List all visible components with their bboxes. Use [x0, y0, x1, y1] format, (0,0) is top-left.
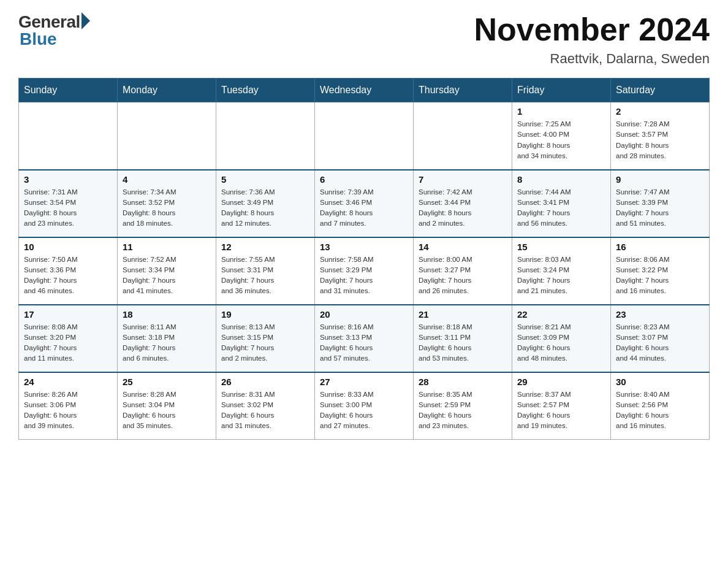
- day-info: Sunrise: 8:13 AM Sunset: 3:15 PM Dayligh…: [221, 322, 309, 364]
- day-number: 17: [24, 309, 112, 320]
- calendar-cell: 7Sunrise: 7:42 AM Sunset: 3:44 PM Daylig…: [414, 170, 512, 237]
- day-info: Sunrise: 8:00 AM Sunset: 3:27 PM Dayligh…: [419, 255, 507, 297]
- calendar-cell: 1Sunrise: 7:25 AM Sunset: 4:00 PM Daylig…: [512, 102, 611, 170]
- day-info: Sunrise: 8:31 AM Sunset: 3:02 PM Dayligh…: [221, 389, 309, 432]
- day-info: Sunrise: 7:25 AM Sunset: 4:00 PM Dayligh…: [517, 119, 605, 161]
- day-info: Sunrise: 8:26 AM Sunset: 3:06 PM Dayligh…: [24, 389, 112, 432]
- calendar-header-row: Sunday Monday Tuesday Wednesday Thursday…: [19, 79, 710, 102]
- calendar-cell: [118, 102, 216, 170]
- calendar-cell: 26Sunrise: 8:31 AM Sunset: 3:02 PM Dayli…: [216, 372, 315, 440]
- day-number: 25: [123, 377, 211, 387]
- calendar-cell: 11Sunrise: 7:52 AM Sunset: 3:34 PM Dayli…: [118, 237, 216, 305]
- day-info: Sunrise: 7:58 AM Sunset: 3:29 PM Dayligh…: [320, 255, 408, 297]
- day-number: 11: [123, 242, 211, 252]
- day-number: 21: [419, 309, 507, 320]
- day-number: 14: [419, 242, 507, 252]
- location-title: Raettvik, Dalarna, Sweden: [474, 51, 710, 67]
- calendar-cell: 21Sunrise: 8:18 AM Sunset: 3:11 PM Dayli…: [414, 305, 512, 372]
- day-info: Sunrise: 8:08 AM Sunset: 3:20 PM Dayligh…: [24, 322, 112, 364]
- day-info: Sunrise: 8:21 AM Sunset: 3:09 PM Dayligh…: [517, 322, 605, 364]
- day-number: 24: [24, 377, 112, 387]
- day-number: 15: [517, 242, 605, 252]
- day-info: Sunrise: 8:23 AM Sunset: 3:07 PM Dayligh…: [616, 322, 704, 364]
- day-number: 18: [123, 309, 211, 320]
- day-info: Sunrise: 8:40 AM Sunset: 2:56 PM Dayligh…: [616, 389, 704, 432]
- calendar-cell: 14Sunrise: 8:00 AM Sunset: 3:27 PM Dayli…: [414, 237, 512, 305]
- day-info: Sunrise: 8:37 AM Sunset: 2:57 PM Dayligh…: [517, 389, 605, 432]
- header-sunday: Sunday: [19, 79, 118, 102]
- day-number: 27: [320, 377, 408, 387]
- day-number: 5: [221, 174, 309, 185]
- calendar-cell: [19, 102, 118, 170]
- calendar-cell: 13Sunrise: 7:58 AM Sunset: 3:29 PM Dayli…: [315, 237, 414, 305]
- header-saturday: Saturday: [611, 79, 710, 102]
- calendar-week-2: 3Sunrise: 7:31 AM Sunset: 3:54 PM Daylig…: [19, 170, 710, 237]
- day-number: 26: [221, 377, 309, 387]
- title-area: November 2024 Raettvik, Dalarna, Sweden: [474, 12, 710, 67]
- calendar-cell: 9Sunrise: 7:47 AM Sunset: 3:39 PM Daylig…: [611, 170, 710, 237]
- day-number: 16: [616, 242, 704, 252]
- calendar-cell: 10Sunrise: 7:50 AM Sunset: 3:36 PM Dayli…: [19, 237, 118, 305]
- calendar-week-4: 17Sunrise: 8:08 AM Sunset: 3:20 PM Dayli…: [19, 305, 710, 372]
- day-info: Sunrise: 8:33 AM Sunset: 3:00 PM Dayligh…: [320, 389, 408, 432]
- page-header: General Blue November 2024 Raettvik, Dal…: [18, 12, 710, 67]
- day-number: 19: [221, 309, 309, 320]
- day-info: Sunrise: 7:55 AM Sunset: 3:31 PM Dayligh…: [221, 255, 309, 297]
- day-number: 4: [123, 174, 211, 185]
- day-info: Sunrise: 8:28 AM Sunset: 3:04 PM Dayligh…: [123, 389, 211, 432]
- calendar-cell: 22Sunrise: 8:21 AM Sunset: 3:09 PM Dayli…: [512, 305, 611, 372]
- calendar-cell: 16Sunrise: 8:06 AM Sunset: 3:22 PM Dayli…: [611, 237, 710, 305]
- calendar-cell: [216, 102, 315, 170]
- day-number: 8: [517, 174, 605, 185]
- calendar-cell: 12Sunrise: 7:55 AM Sunset: 3:31 PM Dayli…: [216, 237, 315, 305]
- day-info: Sunrise: 8:11 AM Sunset: 3:18 PM Dayligh…: [123, 322, 211, 364]
- day-info: Sunrise: 7:34 AM Sunset: 3:52 PM Dayligh…: [123, 187, 211, 229]
- day-info: Sunrise: 7:31 AM Sunset: 3:54 PM Dayligh…: [24, 187, 112, 229]
- day-info: Sunrise: 8:03 AM Sunset: 3:24 PM Dayligh…: [517, 255, 605, 297]
- calendar-cell: 27Sunrise: 8:33 AM Sunset: 3:00 PM Dayli…: [315, 372, 414, 440]
- day-info: Sunrise: 7:36 AM Sunset: 3:49 PM Dayligh…: [221, 187, 309, 229]
- calendar-cell: 2Sunrise: 7:28 AM Sunset: 3:57 PM Daylig…: [611, 102, 710, 170]
- day-info: Sunrise: 7:52 AM Sunset: 3:34 PM Dayligh…: [123, 255, 211, 297]
- day-info: Sunrise: 7:47 AM Sunset: 3:39 PM Dayligh…: [616, 187, 704, 229]
- calendar-cell: 24Sunrise: 8:26 AM Sunset: 3:06 PM Dayli…: [19, 372, 118, 440]
- month-title: November 2024: [474, 12, 710, 47]
- day-number: 1: [517, 106, 605, 117]
- day-info: Sunrise: 7:42 AM Sunset: 3:44 PM Dayligh…: [419, 187, 507, 229]
- calendar-cell: 19Sunrise: 8:13 AM Sunset: 3:15 PM Dayli…: [216, 305, 315, 372]
- day-number: 20: [320, 309, 408, 320]
- day-info: Sunrise: 8:16 AM Sunset: 3:13 PM Dayligh…: [320, 322, 408, 364]
- day-number: 30: [616, 377, 704, 387]
- calendar-cell: [315, 102, 414, 170]
- day-number: 7: [419, 174, 507, 185]
- day-number: 29: [517, 377, 605, 387]
- day-info: Sunrise: 7:50 AM Sunset: 3:36 PM Dayligh…: [24, 255, 112, 297]
- calendar-cell: 3Sunrise: 7:31 AM Sunset: 3:54 PM Daylig…: [19, 170, 118, 237]
- day-info: Sunrise: 8:18 AM Sunset: 3:11 PM Dayligh…: [419, 322, 507, 364]
- day-number: 13: [320, 242, 408, 252]
- calendar-cell: 15Sunrise: 8:03 AM Sunset: 3:24 PM Dayli…: [512, 237, 611, 305]
- calendar-cell: 8Sunrise: 7:44 AM Sunset: 3:41 PM Daylig…: [512, 170, 611, 237]
- calendar-table: Sunday Monday Tuesday Wednesday Thursday…: [18, 78, 710, 440]
- day-number: 12: [221, 242, 309, 252]
- header-wednesday: Wednesday: [315, 79, 414, 102]
- day-number: 6: [320, 174, 408, 185]
- header-monday: Monday: [118, 79, 216, 102]
- day-number: 22: [517, 309, 605, 320]
- logo: General Blue: [18, 12, 90, 49]
- calendar-cell: 5Sunrise: 7:36 AM Sunset: 3:49 PM Daylig…: [216, 170, 315, 237]
- calendar-week-5: 24Sunrise: 8:26 AM Sunset: 3:06 PM Dayli…: [19, 372, 710, 440]
- day-info: Sunrise: 8:35 AM Sunset: 2:59 PM Dayligh…: [419, 389, 507, 432]
- calendar-cell: 29Sunrise: 8:37 AM Sunset: 2:57 PM Dayli…: [512, 372, 611, 440]
- header-friday: Friday: [512, 79, 611, 102]
- calendar-cell: 23Sunrise: 8:23 AM Sunset: 3:07 PM Dayli…: [611, 305, 710, 372]
- day-info: Sunrise: 7:39 AM Sunset: 3:46 PM Dayligh…: [320, 187, 408, 229]
- calendar-cell: 4Sunrise: 7:34 AM Sunset: 3:52 PM Daylig…: [118, 170, 216, 237]
- calendar-cell: 28Sunrise: 8:35 AM Sunset: 2:59 PM Dayli…: [414, 372, 512, 440]
- calendar-cell: 6Sunrise: 7:39 AM Sunset: 3:46 PM Daylig…: [315, 170, 414, 237]
- logo-blue-text: Blue: [20, 29, 57, 49]
- day-number: 3: [24, 174, 112, 185]
- calendar-cell: [414, 102, 512, 170]
- header-thursday: Thursday: [414, 79, 512, 102]
- day-number: 10: [24, 242, 112, 252]
